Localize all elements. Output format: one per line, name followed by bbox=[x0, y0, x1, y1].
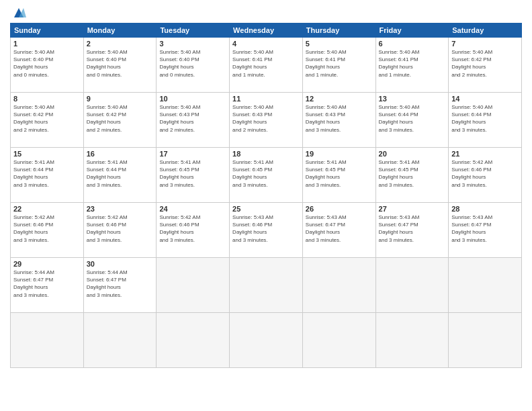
weekday-header-tuesday: Tuesday bbox=[157, 24, 230, 38]
calendar-cell bbox=[157, 258, 230, 313]
day-number: 22 bbox=[13, 205, 81, 213]
calendar-cell: 3 Sunrise: 5:40 AM Sunset: 6:40 PM Dayli… bbox=[157, 38, 230, 93]
day-info: Sunrise: 5:40 AM Sunset: 6:40 PM Dayligh… bbox=[87, 48, 154, 79]
day-info: Sunrise: 5:40 AM Sunset: 6:43 PM Dayligh… bbox=[306, 103, 373, 134]
calendar-cell: 7 Sunrise: 5:40 AM Sunset: 6:42 PM Dayli… bbox=[449, 38, 522, 93]
weekday-header-monday: Monday bbox=[83, 24, 157, 38]
weekday-header-saturday: Saturday bbox=[449, 24, 522, 38]
calendar-cell: 11 Sunrise: 5:40 AM Sunset: 6:43 PM Dayl… bbox=[230, 93, 303, 148]
calendar-cell: 24 Sunrise: 5:42 AM Sunset: 6:46 PM Dayl… bbox=[157, 203, 230, 258]
day-number: 29 bbox=[13, 260, 81, 268]
day-info: Sunrise: 5:43 AM Sunset: 6:47 PM Dayligh… bbox=[306, 214, 373, 244]
page: SundayMondayTuesdayWednesdayThursdayFrid… bbox=[0, 0, 532, 411]
logo-icon bbox=[11, 5, 26, 20]
day-number: 5 bbox=[306, 40, 373, 48]
day-number: 10 bbox=[159, 95, 226, 103]
day-number: 1 bbox=[13, 40, 81, 48]
day-number: 8 bbox=[13, 95, 81, 103]
day-number: 3 bbox=[159, 40, 226, 48]
calendar-cell bbox=[449, 313, 522, 368]
calendar-cell: 30 Sunrise: 5:44 AM Sunset: 6:47 PM Dayl… bbox=[83, 258, 157, 313]
day-number: 30 bbox=[87, 260, 154, 268]
calendar-cell: 6 Sunrise: 5:40 AM Sunset: 6:41 PM Dayli… bbox=[375, 38, 449, 93]
calendar-cell: 10 Sunrise: 5:40 AM Sunset: 6:43 PM Dayl… bbox=[157, 93, 230, 148]
day-number: 26 bbox=[306, 205, 373, 213]
weekday-header-thursday: Thursday bbox=[302, 24, 375, 38]
calendar-cell: 20 Sunrise: 5:41 AM Sunset: 6:45 PM Dayl… bbox=[375, 148, 449, 203]
day-info: Sunrise: 5:42 AM Sunset: 6:46 PM Dayligh… bbox=[13, 214, 81, 244]
day-info: Sunrise: 5:43 AM Sunset: 6:46 PM Dayligh… bbox=[232, 214, 300, 244]
day-info: Sunrise: 5:40 AM Sunset: 6:40 PM Dayligh… bbox=[13, 48, 81, 79]
calendar-cell: 22 Sunrise: 5:42 AM Sunset: 6:46 PM Dayl… bbox=[11, 203, 84, 258]
day-info: Sunrise: 5:43 AM Sunset: 6:47 PM Dayligh… bbox=[379, 214, 446, 244]
day-info: Sunrise: 5:41 AM Sunset: 6:44 PM Dayligh… bbox=[87, 158, 154, 189]
calendar-cell bbox=[375, 258, 449, 313]
day-number: 14 bbox=[451, 95, 519, 103]
calendar-cell: 16 Sunrise: 5:41 AM Sunset: 6:44 PM Dayl… bbox=[83, 148, 157, 203]
calendar-cell: 17 Sunrise: 5:41 AM Sunset: 6:45 PM Dayl… bbox=[157, 148, 230, 203]
calendar-cell bbox=[83, 313, 157, 368]
day-info: Sunrise: 5:40 AM Sunset: 6:43 PM Dayligh… bbox=[159, 103, 226, 134]
weekday-header-wednesday: Wednesday bbox=[230, 24, 303, 38]
day-number: 11 bbox=[232, 95, 300, 103]
logo bbox=[10, 7, 26, 19]
day-info: Sunrise: 5:43 AM Sunset: 6:47 PM Dayligh… bbox=[451, 214, 519, 244]
calendar-cell bbox=[11, 313, 84, 368]
calendar-cell: 1 Sunrise: 5:40 AM Sunset: 6:40 PM Dayli… bbox=[11, 38, 84, 93]
day-number: 12 bbox=[306, 95, 373, 103]
day-info: Sunrise: 5:41 AM Sunset: 6:45 PM Dayligh… bbox=[159, 158, 226, 189]
day-info: Sunrise: 5:40 AM Sunset: 6:41 PM Dayligh… bbox=[306, 48, 373, 79]
day-number: 27 bbox=[379, 205, 446, 213]
day-number: 13 bbox=[379, 95, 446, 103]
calendar-cell bbox=[157, 313, 230, 368]
day-number: 16 bbox=[87, 150, 154, 158]
calendar-cell: 18 Sunrise: 5:41 AM Sunset: 6:45 PM Dayl… bbox=[230, 148, 303, 203]
day-number: 15 bbox=[13, 150, 81, 158]
calendar-cell: 9 Sunrise: 5:40 AM Sunset: 6:42 PM Dayli… bbox=[83, 93, 157, 148]
day-info: Sunrise: 5:42 AM Sunset: 6:46 PM Dayligh… bbox=[159, 214, 226, 244]
day-info: Sunrise: 5:44 AM Sunset: 6:47 PM Dayligh… bbox=[13, 269, 81, 299]
day-info: Sunrise: 5:40 AM Sunset: 6:41 PM Dayligh… bbox=[379, 48, 446, 79]
day-info: Sunrise: 5:41 AM Sunset: 6:45 PM Dayligh… bbox=[232, 158, 300, 189]
day-info: Sunrise: 5:40 AM Sunset: 6:44 PM Dayligh… bbox=[451, 103, 519, 134]
calendar-cell: 27 Sunrise: 5:43 AM Sunset: 6:47 PM Dayl… bbox=[375, 203, 449, 258]
day-info: Sunrise: 5:40 AM Sunset: 6:44 PM Dayligh… bbox=[379, 103, 446, 134]
day-number: 19 bbox=[306, 150, 373, 158]
day-info: Sunrise: 5:41 AM Sunset: 6:45 PM Dayligh… bbox=[306, 158, 373, 189]
day-info: Sunrise: 5:44 AM Sunset: 6:47 PM Dayligh… bbox=[87, 269, 154, 299]
day-number: 6 bbox=[379, 40, 446, 48]
calendar-cell: 2 Sunrise: 5:40 AM Sunset: 6:40 PM Dayli… bbox=[83, 38, 157, 93]
calendar-cell: 15 Sunrise: 5:41 AM Sunset: 6:44 PM Dayl… bbox=[11, 148, 84, 203]
calendar-cell bbox=[230, 258, 303, 313]
day-info: Sunrise: 5:40 AM Sunset: 6:40 PM Dayligh… bbox=[159, 48, 226, 79]
day-info: Sunrise: 5:42 AM Sunset: 6:46 PM Dayligh… bbox=[87, 214, 154, 244]
calendar-cell: 14 Sunrise: 5:40 AM Sunset: 6:44 PM Dayl… bbox=[449, 93, 522, 148]
calendar-cell bbox=[230, 313, 303, 368]
calendar-cell bbox=[302, 258, 375, 313]
calendar-cell: 29 Sunrise: 5:44 AM Sunset: 6:47 PM Dayl… bbox=[11, 258, 84, 313]
day-number: 23 bbox=[87, 205, 154, 213]
day-info: Sunrise: 5:41 AM Sunset: 6:44 PM Dayligh… bbox=[13, 158, 81, 189]
calendar-cell: 13 Sunrise: 5:40 AM Sunset: 6:44 PM Dayl… bbox=[375, 93, 449, 148]
calendar-cell: 4 Sunrise: 5:40 AM Sunset: 6:41 PM Dayli… bbox=[230, 38, 303, 93]
calendar-cell: 21 Sunrise: 5:42 AM Sunset: 6:46 PM Dayl… bbox=[449, 148, 522, 203]
day-number: 2 bbox=[87, 40, 154, 48]
calendar: SundayMondayTuesdayWednesdayThursdayFrid… bbox=[10, 23, 522, 368]
calendar-cell: 28 Sunrise: 5:43 AM Sunset: 6:47 PM Dayl… bbox=[449, 203, 522, 258]
day-number: 7 bbox=[451, 40, 519, 48]
calendar-cell bbox=[375, 313, 449, 368]
day-number: 21 bbox=[451, 150, 519, 158]
day-number: 17 bbox=[159, 150, 226, 158]
calendar-cell: 23 Sunrise: 5:42 AM Sunset: 6:46 PM Dayl… bbox=[83, 203, 157, 258]
calendar-cell: 8 Sunrise: 5:40 AM Sunset: 6:42 PM Dayli… bbox=[11, 93, 84, 148]
weekday-header-friday: Friday bbox=[375, 24, 449, 38]
calendar-cell bbox=[302, 313, 375, 368]
day-info: Sunrise: 5:40 AM Sunset: 6:42 PM Dayligh… bbox=[87, 103, 154, 134]
day-number: 24 bbox=[159, 205, 226, 213]
weekday-header-sunday: Sunday bbox=[11, 24, 84, 38]
day-number: 28 bbox=[451, 205, 519, 213]
day-number: 9 bbox=[87, 95, 154, 103]
day-number: 18 bbox=[232, 150, 300, 158]
header bbox=[10, 7, 522, 19]
calendar-cell: 19 Sunrise: 5:41 AM Sunset: 6:45 PM Dayl… bbox=[302, 148, 375, 203]
